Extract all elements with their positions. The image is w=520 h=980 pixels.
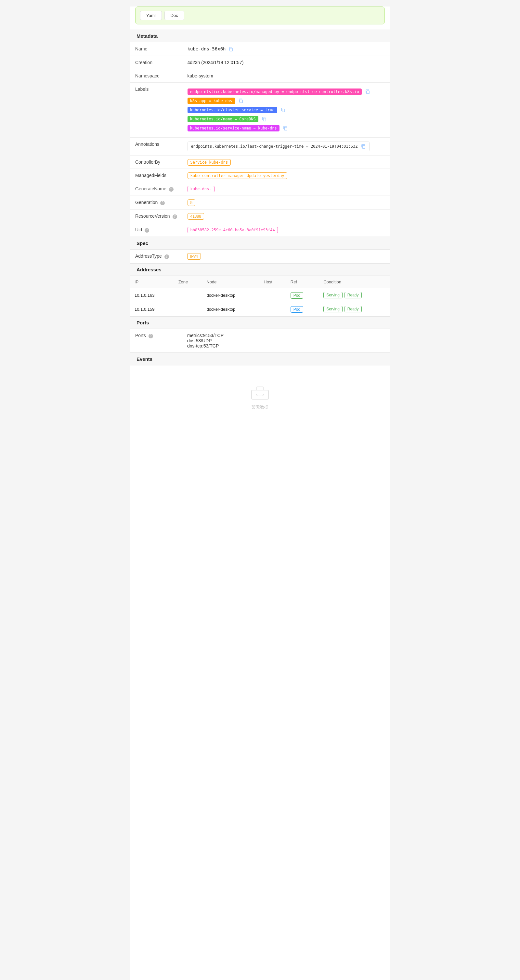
label-copy-4[interactable] <box>283 126 288 131</box>
label-chip-2: kubernetes.io/cluster-service = true <box>187 107 277 113</box>
uid-help-icon[interactable]: ? <box>144 228 149 233</box>
svg-rect-0 <box>230 48 232 51</box>
addr-ip-1: 10.1.0.159 <box>130 302 174 316</box>
ports-section-header: Ports <box>130 316 390 329</box>
metadata-namespace-row: Namespace kube-system <box>130 69 390 83</box>
metadata-generatename-row: GenerateName ? kube-dns- <box>130 182 390 196</box>
name-value: kube-dns-56x6h <box>187 46 226 51</box>
label-chip-4: kubernetes.io/service-name = kube-dns <box>187 125 279 132</box>
metadata-managedfields-row: ManagedFields kube-controller-manager Up… <box>130 169 390 182</box>
spec-table: AddressType ? IPv4 <box>130 250 390 263</box>
metadata-name-row: Name kube-dns-56x6h <box>130 42 390 56</box>
addresstype-value: IPv4 <box>187 253 201 259</box>
generation-help-icon[interactable]: ? <box>160 201 165 205</box>
spec-section-header: Spec <box>130 237 390 250</box>
serving-badge-1: Serving <box>323 306 342 312</box>
addr-condition-0: Serving Ready <box>319 288 390 302</box>
col-condition: Condition <box>319 276 390 288</box>
yaml-tab-button[interactable]: Yaml <box>140 11 162 20</box>
condition-cell-1: Serving Ready <box>323 306 385 312</box>
ports-help-icon[interactable]: ? <box>149 334 153 338</box>
serving-badge-0: Serving <box>323 292 342 298</box>
annotations-text: endpoints.kubernetes.io/last-change-trig… <box>191 144 358 149</box>
addr-host-1 <box>259 302 286 316</box>
creation-label: Creation <box>130 56 182 69</box>
generation-value: 5 <box>187 199 196 206</box>
resourceversion-help-icon[interactable]: ? <box>173 215 177 219</box>
doc-tab-button[interactable]: Doc <box>165 11 184 20</box>
address-row-1: 10.1.0.159 docker-desktop Pod Serving Re… <box>130 302 390 316</box>
metadata-generation-row: Generation ? 5 <box>130 196 390 210</box>
events-empty-state: 暂无数据 <box>130 365 390 436</box>
addresses-header-row: IP Zone Node Host Ref Condition <box>130 276 390 288</box>
ready-badge-1: Ready <box>344 306 362 312</box>
col-node: Node <box>202 276 259 288</box>
addr-condition-1: Serving Ready <box>319 302 390 316</box>
col-ip: IP <box>130 276 174 288</box>
ref-badge-1: Pod <box>290 306 303 313</box>
name-label: Name <box>130 42 182 56</box>
ready-badge-0: Ready <box>344 292 362 298</box>
top-toolbar: Yaml Doc <box>135 6 385 24</box>
addresstype-help-icon[interactable]: ? <box>165 255 169 259</box>
resourceversion-label: ResourceVersion <box>135 213 170 219</box>
label-copy-2[interactable] <box>281 107 286 113</box>
svg-rect-1 <box>366 91 369 94</box>
ref-badge-0: Pod <box>290 292 303 299</box>
uid-value: bb838582-259e-4c60-ba5a-3a0f91e93f44 <box>187 227 278 233</box>
addr-ref-0: Pod <box>286 288 319 302</box>
metadata-labels-row: Labels endpointslice.kubernetes.io/manag… <box>130 83 390 138</box>
addr-zone-0 <box>174 288 202 302</box>
controllerby-value: Service kube-dns <box>187 159 231 165</box>
label-copy-0[interactable] <box>365 89 370 94</box>
ports-label: Ports <box>135 333 146 338</box>
svg-rect-2 <box>240 100 243 103</box>
addr-host-0 <box>259 288 286 302</box>
creation-value: 4d23h (2024/1/19 12:01:57) <box>182 56 390 69</box>
annotations-label: Annotations <box>130 138 182 156</box>
addresses-section-header: Addresses <box>130 263 390 276</box>
label-copy-3[interactable] <box>262 116 267 122</box>
addr-ref-1: Pod <box>286 302 319 316</box>
metadata-annotations-row: Annotations endpoints.kubernetes.io/last… <box>130 138 390 156</box>
svg-rect-6 <box>362 145 365 148</box>
label-row-4: kubernetes.io/service-name = kube-dns <box>187 124 385 132</box>
col-host: Host <box>259 276 286 288</box>
inbox-icon <box>250 385 270 401</box>
addr-ip-0: 10.1.0.163 <box>130 288 174 302</box>
metadata-controllerby-row: ControllerBy Service kube-dns <box>130 156 390 169</box>
col-zone: Zone <box>174 276 202 288</box>
uid-label: Uid <box>135 227 142 232</box>
name-copy-icon[interactable] <box>228 46 233 52</box>
addresstype-label: AddressType <box>135 253 162 259</box>
port-value-2: dns-tcp:53/TCP <box>187 343 385 348</box>
addr-node-0: docker-desktop <box>202 288 259 302</box>
labels-label: Labels <box>130 83 182 138</box>
generatename-help-icon[interactable]: ? <box>169 187 174 192</box>
condition-cell-0: Serving Ready <box>323 292 385 298</box>
svg-rect-3 <box>282 109 285 112</box>
svg-rect-4 <box>263 118 266 121</box>
label-chip-1: k8s-app = kube-dns <box>187 98 235 104</box>
label-chip-3: kubernetes.io/name = CoreDNS <box>187 116 258 123</box>
label-row-2: kubernetes.io/cluster-service = true <box>187 106 385 114</box>
addresses-table: IP Zone Node Host Ref Condition 10.1.0.1… <box>130 276 390 316</box>
resourceversion-value: 41388 <box>187 213 204 220</box>
label-row-0: endpointslice.kubernetes.io/managed-by =… <box>187 88 385 95</box>
svg-rect-7 <box>252 390 268 399</box>
label-chip-0: endpointslice.kubernetes.io/managed-by =… <box>187 89 362 95</box>
metadata-creation-row: Creation 4d23h (2024/1/19 12:01:57) <box>130 56 390 69</box>
controllerby-label: ControllerBy <box>130 156 182 169</box>
spec-addresstype-row: AddressType ? IPv4 <box>130 250 390 263</box>
label-row-3: kubernetes.io/name = CoreDNS <box>187 115 385 123</box>
metadata-section-header: Metadata <box>130 30 390 42</box>
metadata-table: Name kube-dns-56x6h Creation 4d23h (2024… <box>130 42 390 237</box>
labels-values: endpointslice.kubernetes.io/managed-by =… <box>182 83 390 138</box>
managedfields-label: ManagedFields <box>130 169 182 182</box>
generatename-label: GenerateName <box>135 186 166 191</box>
label-copy-1[interactable] <box>238 98 243 103</box>
annotations-copy-icon[interactable] <box>361 144 366 149</box>
port-value-0: metrics:9153/TCP <box>187 333 385 338</box>
col-ref: Ref <box>286 276 319 288</box>
ports-table: Ports ? metrics:9153/TCP dns:53/UDP dns-… <box>130 329 390 353</box>
